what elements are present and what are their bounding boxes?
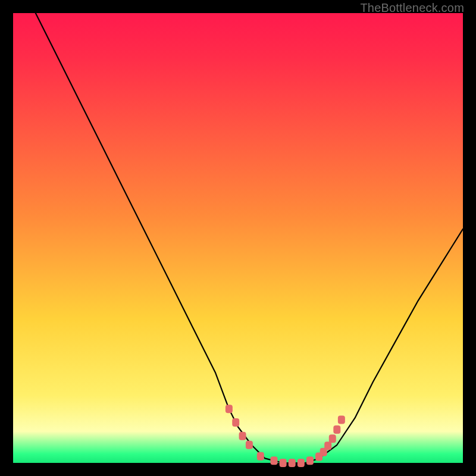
highlight-dot xyxy=(289,459,296,467)
highlight-dot xyxy=(306,456,314,465)
highlight-dot xyxy=(338,415,345,424)
highlight-dot xyxy=(333,425,340,434)
bottleneck-curve xyxy=(36,13,463,463)
chart-frame: TheBottleneck.com xyxy=(0,0,476,476)
highlight-dot xyxy=(324,441,331,450)
highlight-dot xyxy=(329,434,336,443)
highlight-dot xyxy=(257,452,264,461)
watermark-label: TheBottleneck.com xyxy=(360,1,464,15)
highlight-dot xyxy=(280,459,287,467)
highlight-dot xyxy=(270,456,277,465)
highlight-dot xyxy=(246,441,253,449)
highlight-dot xyxy=(226,405,233,413)
plot-area xyxy=(13,13,463,463)
highlight-dot xyxy=(239,432,246,440)
curve-layer xyxy=(13,13,463,463)
highlight-dot xyxy=(298,459,305,467)
highlight-dot xyxy=(232,418,239,427)
